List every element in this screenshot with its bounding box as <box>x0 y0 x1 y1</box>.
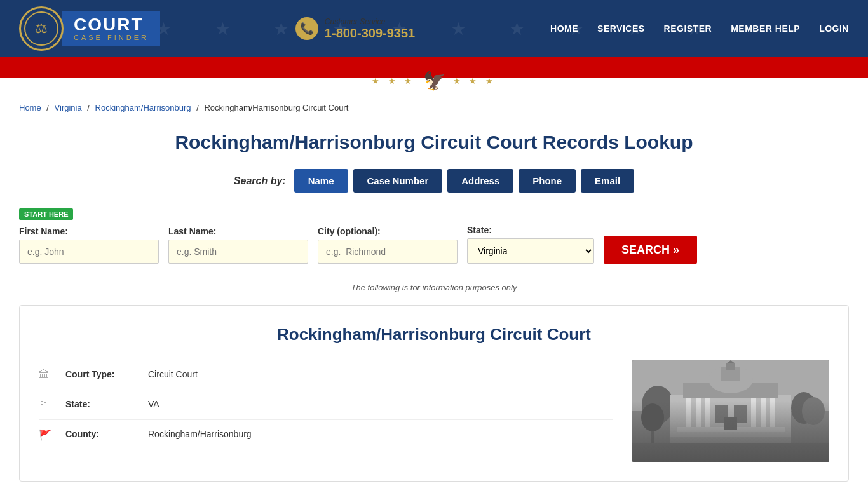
eagle-center: ★ ★ ★ 🦅 ★ ★ ★ <box>372 71 496 92</box>
svg-rect-9 <box>726 363 735 370</box>
svg-rect-5 <box>670 395 791 462</box>
court-type-row: 🏛 Court Type: Circuit Court <box>39 360 613 390</box>
first-name-label: First Name: <box>19 226 159 236</box>
phone-icon: 📞 <box>295 17 318 40</box>
eagle-area: ★ ★ ★ 🦅 ★ ★ ★ <box>0 65 868 97</box>
svg-rect-23 <box>651 424 654 462</box>
svg-rect-25 <box>632 443 829 462</box>
svg-rect-19 <box>670 437 791 462</box>
breadcrumb-sep-1: / <box>46 103 49 112</box>
first-name-group: First Name: <box>19 226 159 264</box>
last-name-label: Last Name: <box>168 226 308 236</box>
court-state-value: VA <box>148 399 159 409</box>
courthouse-photo <box>632 360 829 462</box>
page-title: Rockingham/Harrisonburg Circuit Court Re… <box>19 132 849 153</box>
eagle-stars-right: ★ ★ ★ <box>453 76 496 86</box>
tab-address[interactable]: Address <box>447 169 513 193</box>
breadcrumb-home[interactable]: Home <box>19 103 41 112</box>
search-by-label: Search by: <box>234 175 286 187</box>
court-card-title: Rockingham/Harrisonburg Circuit Court <box>39 325 829 344</box>
court-county-value: Rockingham/Harrisonburg <box>148 429 252 439</box>
tab-phone[interactable]: Phone <box>519 169 576 193</box>
city-label: City (optional): <box>318 226 458 236</box>
breadcrumb-virginia[interactable]: Virginia <box>55 103 82 112</box>
court-type-value: Circuit Court <box>148 369 198 379</box>
logo-gavel-icon: ⚖ <box>35 20 48 37</box>
court-county-icon: 🚩 <box>39 429 58 441</box>
nav-login[interactable]: LOGIN <box>819 24 849 34</box>
breadcrumb-sep-3: / <box>196 103 199 112</box>
svg-rect-11 <box>686 398 691 427</box>
svg-rect-22 <box>724 417 737 430</box>
svg-point-4 <box>802 397 825 425</box>
breadcrumb: Home / Virginia / Rockingham/Harrisonbur… <box>0 97 868 119</box>
header: ⚖ COURT CASE FINDER 📞 Customer Service 1… <box>0 0 868 57</box>
courthouse-image <box>632 360 829 462</box>
tab-name[interactable]: Name <box>294 169 348 193</box>
logo-area: ⚖ COURT CASE FINDER <box>19 6 160 51</box>
customer-service-label: Customer Service <box>325 17 415 26</box>
first-name-input[interactable] <box>19 240 159 264</box>
state-label: State: <box>467 225 594 235</box>
breadcrumb-rockingham[interactable]: Rockingham/Harrisonburg <box>95 103 191 112</box>
tab-email[interactable]: Email <box>581 169 634 193</box>
search-by-row: Search by: Name Case Number Address Phon… <box>19 169 849 193</box>
phone-number: 1-800-309-9351 <box>325 26 415 41</box>
logo-text: COURT CASE FINDER <box>62 11 160 46</box>
svg-rect-17 <box>677 427 785 432</box>
svg-rect-15 <box>761 398 766 427</box>
last-name-input[interactable] <box>168 240 308 264</box>
court-type-icon: 🏛 <box>39 369 58 381</box>
svg-rect-16 <box>770 398 775 427</box>
logo-court-text: COURT <box>74 16 149 34</box>
court-state-icon: 🏳 <box>39 399 58 410</box>
nav-register[interactable]: REGISTER <box>664 24 712 34</box>
form-fields: First Name: Last Name: City (optional): … <box>19 225 849 264</box>
eagle-stars-left: ★ ★ ★ <box>372 76 415 86</box>
main-nav: HOME SERVICES REGISTER MEMBER HELP LOGIN <box>550 24 849 34</box>
court-info-left: 🏛 Court Type: Circuit Court 🏳 State: VA … <box>39 360 613 462</box>
court-county-row: 🚩 County: Rockingham/Harrisonburg <box>39 420 613 450</box>
eagle-icon: 🦅 <box>423 71 445 92</box>
svg-rect-21 <box>734 405 747 423</box>
city-input[interactable] <box>318 240 458 264</box>
state-select[interactable]: Virginia Alabama Alaska Arizona Arkansas… <box>467 238 594 264</box>
red-bar <box>0 57 868 65</box>
search-button[interactable]: SEARCH » <box>604 236 697 264</box>
svg-point-24 <box>641 403 664 431</box>
court-type-label: Court Type: <box>65 369 148 379</box>
logo-circle: ⚖ <box>19 6 64 51</box>
nav-home[interactable]: HOME <box>550 24 578 34</box>
nav-services[interactable]: SERVICES <box>597 24 645 34</box>
info-text: The following is for information purpose… <box>19 283 849 292</box>
phone-text: Customer Service 1-800-309-9351 <box>325 17 415 41</box>
svg-point-2 <box>642 386 674 424</box>
breadcrumb-current: Rockingham/Harrisonburg Circuit Court <box>204 103 348 112</box>
search-form-area: START HERE First Name: Last Name: City (… <box>19 202 849 273</box>
court-county-label: County: <box>65 429 148 439</box>
header-phone: 📞 Customer Service 1-800-309-9351 <box>295 17 415 41</box>
court-card: Rockingham/Harrisonburg Circuit Court 🏛 … <box>19 305 849 482</box>
svg-rect-18 <box>674 432 788 437</box>
court-state-row: 🏳 State: VA <box>39 390 613 420</box>
breadcrumb-sep-2: / <box>87 103 90 112</box>
svg-rect-12 <box>696 398 701 427</box>
svg-rect-20 <box>715 405 728 423</box>
court-info-layout: 🏛 Court Type: Circuit Court 🏳 State: VA … <box>39 360 829 462</box>
main-content: Rockingham/Harrisonburg Circuit Court Re… <box>0 119 868 488</box>
court-state-label: State: <box>65 399 148 409</box>
last-name-group: Last Name: <box>168 226 308 264</box>
start-here-badge: START HERE <box>19 208 73 220</box>
state-group: State: Virginia Alabama Alaska Arizona A… <box>467 225 594 264</box>
svg-point-3 <box>791 392 817 424</box>
svg-rect-14 <box>751 398 756 427</box>
logo-case-finder-text: CASE FINDER <box>74 34 149 41</box>
logo-circle-inner: ⚖ <box>24 11 58 46</box>
nav-member-help[interactable]: MEMBER HELP <box>731 24 800 34</box>
city-group: City (optional): <box>318 226 458 264</box>
tab-case-number[interactable]: Case Number <box>353 169 443 193</box>
svg-rect-13 <box>705 398 710 427</box>
